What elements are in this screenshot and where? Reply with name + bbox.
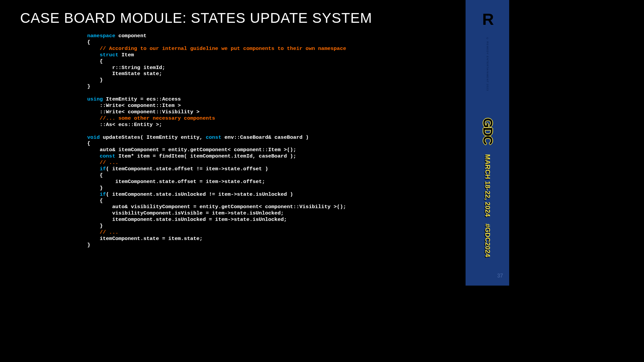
code-kw: namespace (87, 33, 115, 39)
slide-main: CASE BOARD MODULE: STATES UPDATE SYSTEM … (0, 0, 466, 286)
code-text: } (87, 77, 103, 83)
page-number: 37 (497, 273, 503, 279)
code-text: } (87, 223, 103, 229)
code-kw: const (206, 134, 221, 140)
code-text: ::Write< component::Item > (87, 103, 181, 109)
sidebar: R © REMEDY ENTERTAINMENT 2023 GDC MARCH … (466, 0, 509, 286)
code-kw: void (87, 134, 100, 140)
code-text: } (87, 242, 90, 248)
gdc-logo-text: GDC (481, 118, 495, 144)
event-hashtag: #GDC2024 (484, 224, 491, 257)
code-text: { (87, 198, 103, 204)
code-comment: // ... (87, 229, 118, 235)
code-text: { (87, 39, 90, 45)
code-kw: const (87, 153, 115, 159)
gdc-logo-icon: GDC (480, 118, 495, 144)
code-text: env::CaseBoard& caseBoard ) (221, 134, 309, 140)
code-text: itemComponent.state.offset = item->state… (87, 179, 265, 185)
code-text: ItemState state; (87, 71, 162, 77)
code-text: itemComponent.state.isUnlocked = item->s… (87, 217, 287, 223)
code-text: updateStates( ItemEntity entity, (100, 134, 206, 140)
code-kw: struct (87, 52, 118, 58)
code-comment: // ... (87, 160, 118, 166)
copyright-text: © REMEDY ENTERTAINMENT 2023 (486, 37, 489, 91)
code-text: visibilityComponent.isVisible = item->st… (87, 210, 284, 216)
code-text: ItemEntity = ecs::Access (103, 96, 181, 102)
code-text: { (87, 58, 103, 64)
code-kw: if (87, 191, 106, 197)
code-text: ::Write< component::Visibility > (87, 109, 200, 115)
code-text: { (87, 172, 103, 178)
code-text: } (87, 185, 103, 191)
code-text: ::As< ecs::Entity >; (87, 122, 162, 128)
event-date: MARCH 18-22, 2024 (484, 154, 491, 217)
code-kw: using (87, 96, 103, 102)
code-text: component (115, 33, 147, 39)
code-text: ( itemComponent.state.offset != item->st… (106, 166, 268, 172)
code-text: auto& itemComponent = entity.getComponen… (87, 147, 296, 153)
code-text: r::String itemId; (87, 65, 165, 71)
code-comment: // According to our internal guideline w… (87, 46, 346, 52)
code-kw: if (87, 166, 106, 172)
slide-title: CASE BOARD MODULE: STATES UPDATE SYSTEM (20, 10, 445, 26)
code-text: Item (118, 52, 134, 58)
code-block: namespace component { // According to ou… (87, 33, 445, 248)
code-text: } (87, 83, 90, 89)
code-text: itemComponent.state = item.state; (87, 236, 203, 242)
code-text: ( itemComponent.state.isUnlocked != item… (106, 191, 293, 197)
remedy-logo-icon: R (482, 10, 493, 28)
code-text: { (87, 140, 90, 146)
code-comment: //... some other necessary components (87, 115, 215, 121)
code-text: auto& visibilityComponent = entity.getCo… (87, 204, 346, 210)
code-text: Item* item = findItem( itemComponent.ite… (115, 153, 297, 159)
